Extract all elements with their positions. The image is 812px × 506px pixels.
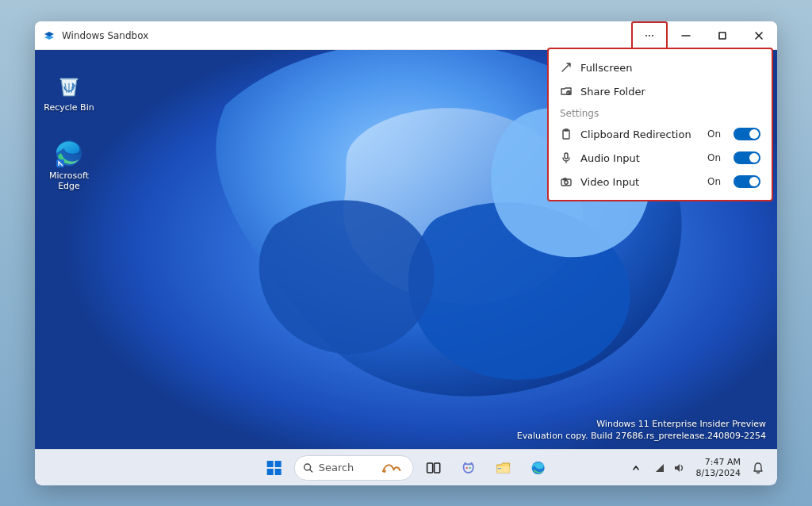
file-explorer-button[interactable] <box>488 453 518 483</box>
maximize-button[interactable] <box>704 21 741 50</box>
svg-point-2 <box>652 35 653 36</box>
menu-setting-clipboard-redirection: Clipboard Redirection On <box>549 122 772 146</box>
notifications-button[interactable] <box>747 453 769 483</box>
edge-taskbar-button[interactable] <box>523 453 553 483</box>
svg-point-28 <box>565 181 568 184</box>
desktop-icon-recycle-bin[interactable]: Recycle Bin <box>41 69 97 113</box>
desktop-icon-label: Recycle Bin <box>41 102 97 113</box>
svg-point-19 <box>469 466 470 468</box>
svg-line-14 <box>310 470 312 472</box>
start-button[interactable] <box>259 453 289 483</box>
copilot-button[interactable] <box>453 453 483 483</box>
network-icon <box>653 462 666 474</box>
menu-setting-state: On <box>707 128 721 140</box>
search-art-icon <box>381 462 401 474</box>
svg-rect-4 <box>719 33 726 39</box>
svg-point-1 <box>649 35 650 36</box>
menu-setting-label: Clipboard Redirection <box>580 128 699 140</box>
menu-setting-audio-input: Audio Input On <box>549 146 772 170</box>
windows-watermark: Windows 11 Enterprise Insider Preview Ev… <box>517 419 766 443</box>
toggle-video-input[interactable] <box>733 175 760 188</box>
camera-icon <box>560 175 573 188</box>
edge-icon <box>53 137 85 169</box>
taskbar: Search <box>35 449 777 485</box>
svg-rect-26 <box>565 153 568 159</box>
titlebar-controls <box>631 21 777 50</box>
menu-setting-label: Video Input <box>580 176 699 188</box>
taskbar-search[interactable]: Search <box>294 455 414 481</box>
minimize-button[interactable] <box>668 21 704 50</box>
window-title: Windows Sandbox <box>62 30 148 41</box>
menu-item-label: Share Folder <box>580 86 645 98</box>
clipboard-icon <box>560 128 573 140</box>
menu-item-fullscreen[interactable]: Fullscreen <box>549 56 772 79</box>
share-folder-icon <box>560 85 573 98</box>
more-options-menu: Fullscreen Share Folder Settings Clipboa… <box>547 48 773 201</box>
clock-time: 7:47 AM <box>696 457 741 467</box>
svg-rect-12 <box>275 469 282 475</box>
close-button[interactable] <box>741 21 777 50</box>
svg-point-15 <box>382 470 385 473</box>
tray-chevron[interactable] <box>626 453 645 483</box>
titlebar: Windows Sandbox <box>35 21 777 50</box>
fullscreen-icon <box>560 61 573 74</box>
search-placeholder: Search <box>319 462 354 473</box>
watermark-line2: Evaluation copy. Build 27686.rs_prerelea… <box>517 431 766 443</box>
desktop-icon-edge[interactable]: Microsoft Edge <box>41 137 97 191</box>
task-view-button[interactable] <box>418 453 448 483</box>
desktop-icon-label: Microsoft Edge <box>41 171 97 191</box>
recycle-bin-icon <box>53 69 85 101</box>
menu-item-label: Fullscreen <box>580 62 632 74</box>
taskbar-right: 7:47 AM 8/13/2024 <box>626 450 769 485</box>
sandbox-app-icon <box>43 29 56 42</box>
volume-icon <box>672 462 685 474</box>
system-tray[interactable] <box>649 453 690 483</box>
svg-rect-17 <box>434 463 439 473</box>
svg-rect-11 <box>267 469 274 475</box>
menu-setting-state: On <box>707 152 721 163</box>
toggle-clipboard-redirection[interactable] <box>733 128 760 140</box>
menu-setting-video-input: Video Input On <box>549 170 772 194</box>
svg-rect-10 <box>275 461 282 467</box>
menu-setting-label: Audio Input <box>580 152 699 164</box>
svg-point-0 <box>645 35 647 36</box>
microphone-icon <box>560 151 573 164</box>
sandbox-window: Windows Sandbox <box>35 21 777 485</box>
taskbar-clock[interactable]: 7:47 AM 8/13/2024 <box>693 457 744 477</box>
clock-date: 8/13/2024 <box>696 468 741 478</box>
menu-item-share-folder[interactable]: Share Folder <box>549 79 772 103</box>
svg-point-18 <box>465 466 467 468</box>
toggle-audio-input[interactable] <box>733 151 760 164</box>
more-options-button[interactable] <box>631 21 668 50</box>
search-icon <box>303 462 314 473</box>
watermark-line1: Windows 11 Enterprise Insider Preview <box>517 419 766 431</box>
svg-rect-16 <box>427 463 432 473</box>
svg-rect-9 <box>267 461 274 467</box>
svg-rect-21 <box>497 468 500 469</box>
svg-rect-20 <box>496 466 509 473</box>
menu-setting-state: On <box>707 176 721 187</box>
menu-section-header: Settings <box>549 103 772 122</box>
taskbar-center: Search <box>259 453 553 483</box>
